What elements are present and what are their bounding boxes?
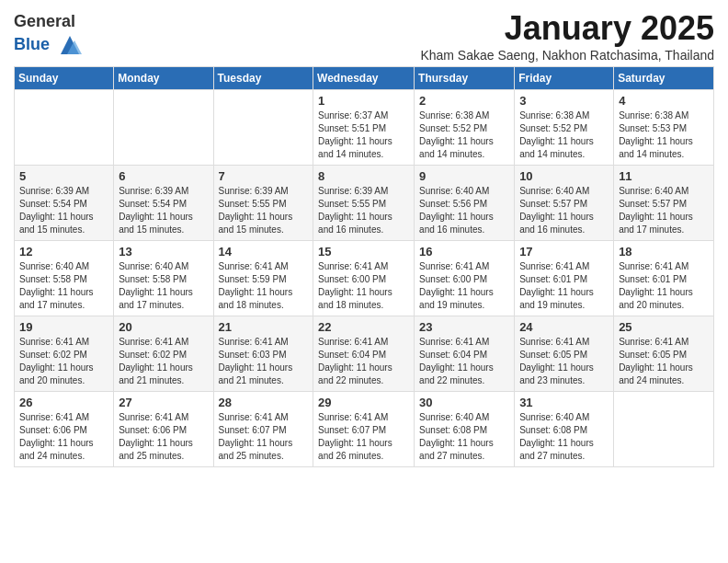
day-cell: 26Sunrise: 6:41 AM Sunset: 6:06 PM Dayli…	[15, 392, 114, 467]
day-number: 18	[619, 245, 709, 259]
day-info: Sunrise: 6:41 AM Sunset: 6:05 PM Dayligh…	[519, 336, 609, 387]
day-number: 19	[19, 320, 108, 334]
day-info: Sunrise: 6:39 AM Sunset: 5:54 PM Dayligh…	[19, 185, 108, 236]
logo: General Blue	[14, 13, 84, 59]
logo-blue: Blue	[14, 35, 50, 53]
day-info: Sunrise: 6:39 AM Sunset: 5:55 PM Dayligh…	[318, 185, 409, 236]
day-cell: 8Sunrise: 6:39 AM Sunset: 5:55 PM Daylig…	[313, 166, 415, 241]
day-number: 6	[119, 169, 208, 183]
day-number: 27	[119, 396, 208, 409]
day-info: Sunrise: 6:41 AM Sunset: 6:00 PM Dayligh…	[419, 260, 509, 312]
day-number: 5	[19, 169, 108, 183]
day-info: Sunrise: 6:41 AM Sunset: 6:00 PM Dayligh…	[318, 260, 409, 312]
day-number: 17	[519, 245, 609, 259]
day-cell: 2Sunrise: 6:38 AM Sunset: 5:52 PM Daylig…	[415, 90, 515, 166]
day-info: Sunrise: 6:38 AM Sunset: 5:53 PM Dayligh…	[619, 109, 709, 161]
page-header: General Blue January 2025 Kham Sakae Sae…	[14, 9, 714, 63]
day-number: 7	[219, 169, 309, 183]
day-number: 28	[219, 396, 309, 409]
day-number: 13	[119, 245, 208, 259]
day-cell: 30Sunrise: 6:40 AM Sunset: 6:08 PM Dayli…	[415, 392, 515, 467]
day-cell: 27Sunrise: 6:41 AM Sunset: 6:06 PM Dayli…	[114, 392, 213, 467]
day-cell: 12Sunrise: 6:40 AM Sunset: 5:58 PM Dayli…	[15, 241, 114, 316]
day-info: Sunrise: 6:41 AM Sunset: 6:04 PM Dayligh…	[419, 336, 509, 387]
title-block: January 2025 Kham Sakae Saeng, Nakhon Ra…	[420, 9, 714, 63]
day-number: 2	[419, 94, 509, 108]
day-number: 25	[619, 320, 709, 334]
weekday-header-row: SundayMondayTuesdayWednesdayThursdayFrid…	[15, 67, 714, 90]
day-info: Sunrise: 6:40 AM Sunset: 5:58 PM Dayligh…	[19, 260, 108, 312]
day-number: 16	[419, 245, 509, 259]
day-info: Sunrise: 6:40 AM Sunset: 6:08 PM Dayligh…	[419, 411, 509, 463]
day-number: 20	[119, 320, 208, 334]
calendar-table: SundayMondayTuesdayWednesdayThursdayFrid…	[14, 66, 714, 467]
day-info: Sunrise: 6:37 AM Sunset: 5:51 PM Dayligh…	[318, 109, 409, 161]
day-number: 22	[318, 320, 409, 334]
day-info: Sunrise: 6:41 AM Sunset: 6:03 PM Dayligh…	[219, 336, 309, 387]
weekday-header-sunday: Sunday	[15, 67, 114, 90]
day-cell	[114, 90, 213, 166]
day-cell	[614, 392, 714, 467]
day-cell: 20Sunrise: 6:41 AM Sunset: 6:02 PM Dayli…	[114, 316, 213, 392]
day-cell: 7Sunrise: 6:39 AM Sunset: 5:55 PM Daylig…	[213, 166, 313, 241]
day-info: Sunrise: 6:41 AM Sunset: 6:06 PM Dayligh…	[19, 411, 108, 463]
day-cell: 14Sunrise: 6:41 AM Sunset: 5:59 PM Dayli…	[213, 241, 313, 316]
weekday-header-tuesday: Tuesday	[213, 67, 313, 90]
day-cell: 22Sunrise: 6:41 AM Sunset: 6:04 PM Dayli…	[313, 316, 415, 392]
day-info: Sunrise: 6:40 AM Sunset: 5:57 PM Dayligh…	[519, 185, 609, 236]
day-number: 21	[219, 320, 309, 334]
week-row-3: 12Sunrise: 6:40 AM Sunset: 5:58 PM Dayli…	[15, 241, 714, 316]
day-cell: 4Sunrise: 6:38 AM Sunset: 5:53 PM Daylig…	[614, 90, 714, 166]
day-number: 8	[318, 169, 409, 183]
day-info: Sunrise: 6:40 AM Sunset: 5:57 PM Dayligh…	[619, 185, 709, 236]
day-info: Sunrise: 6:41 AM Sunset: 6:05 PM Dayligh…	[619, 336, 709, 387]
weekday-header-thursday: Thursday	[415, 67, 515, 90]
day-cell: 24Sunrise: 6:41 AM Sunset: 6:05 PM Dayli…	[515, 316, 614, 392]
day-info: Sunrise: 6:40 AM Sunset: 6:08 PM Dayligh…	[519, 411, 609, 463]
day-number: 15	[318, 245, 409, 259]
day-cell: 15Sunrise: 6:41 AM Sunset: 6:00 PM Dayli…	[313, 241, 415, 316]
day-info: Sunrise: 6:41 AM Sunset: 6:07 PM Dayligh…	[318, 411, 409, 463]
week-row-2: 5Sunrise: 6:39 AM Sunset: 5:54 PM Daylig…	[15, 166, 714, 241]
day-info: Sunrise: 6:40 AM Sunset: 5:56 PM Dayligh…	[419, 185, 509, 236]
day-number: 26	[19, 396, 108, 409]
day-cell: 11Sunrise: 6:40 AM Sunset: 5:57 PM Dayli…	[614, 166, 714, 241]
day-info: Sunrise: 6:41 AM Sunset: 5:59 PM Dayligh…	[219, 260, 309, 312]
weekday-header-saturday: Saturday	[614, 67, 714, 90]
day-cell: 3Sunrise: 6:38 AM Sunset: 5:52 PM Daylig…	[515, 90, 614, 166]
day-cell: 5Sunrise: 6:39 AM Sunset: 5:54 PM Daylig…	[15, 166, 114, 241]
day-number: 31	[519, 396, 609, 409]
day-cell: 23Sunrise: 6:41 AM Sunset: 6:04 PM Dayli…	[415, 316, 515, 392]
day-cell: 28Sunrise: 6:41 AM Sunset: 6:07 PM Dayli…	[213, 392, 313, 467]
day-info: Sunrise: 6:40 AM Sunset: 5:58 PM Dayligh…	[119, 260, 208, 312]
day-cell: 16Sunrise: 6:41 AM Sunset: 6:00 PM Dayli…	[415, 241, 515, 316]
day-info: Sunrise: 6:41 AM Sunset: 6:07 PM Dayligh…	[219, 411, 309, 463]
day-info: Sunrise: 6:39 AM Sunset: 5:55 PM Dayligh…	[219, 185, 309, 236]
day-cell: 19Sunrise: 6:41 AM Sunset: 6:02 PM Dayli…	[15, 316, 114, 392]
day-cell: 6Sunrise: 6:39 AM Sunset: 5:54 PM Daylig…	[114, 166, 213, 241]
day-number: 24	[519, 320, 609, 334]
day-number: 23	[419, 320, 509, 334]
day-cell: 18Sunrise: 6:41 AM Sunset: 6:01 PM Dayli…	[614, 241, 714, 316]
day-info: Sunrise: 6:39 AM Sunset: 5:54 PM Dayligh…	[119, 185, 208, 236]
day-info: Sunrise: 6:38 AM Sunset: 5:52 PM Dayligh…	[419, 109, 509, 161]
day-cell	[213, 90, 313, 166]
weekday-header-monday: Monday	[114, 67, 213, 90]
day-number: 4	[619, 94, 709, 108]
day-number: 30	[419, 396, 509, 409]
day-number: 10	[519, 169, 609, 183]
day-cell: 17Sunrise: 6:41 AM Sunset: 6:01 PM Dayli…	[515, 241, 614, 316]
weekday-header-friday: Friday	[515, 67, 614, 90]
day-cell: 1Sunrise: 6:37 AM Sunset: 5:51 PM Daylig…	[313, 90, 415, 166]
logo-general: General	[14, 12, 75, 30]
day-number: 1	[318, 94, 409, 108]
day-info: Sunrise: 6:41 AM Sunset: 6:02 PM Dayligh…	[19, 336, 108, 387]
day-info: Sunrise: 6:41 AM Sunset: 6:01 PM Dayligh…	[519, 260, 609, 312]
week-row-5: 26Sunrise: 6:41 AM Sunset: 6:06 PM Dayli…	[15, 392, 714, 467]
day-number: 11	[619, 169, 709, 183]
week-row-4: 19Sunrise: 6:41 AM Sunset: 6:02 PM Dayli…	[15, 316, 714, 392]
day-number: 9	[419, 169, 509, 183]
day-number: 12	[19, 245, 108, 259]
location: Kham Sakae Saeng, Nakhon Ratchasima, Tha…	[420, 48, 714, 63]
day-cell	[15, 90, 114, 166]
